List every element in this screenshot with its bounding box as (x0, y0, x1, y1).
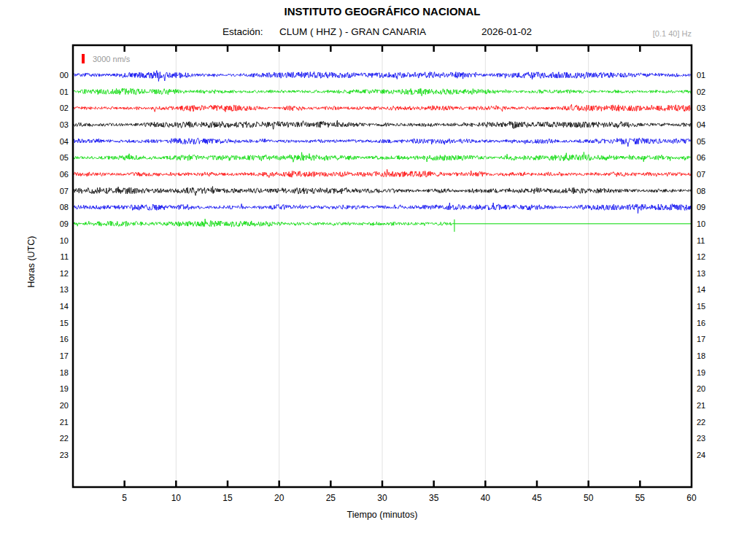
trace-hour-09 (74, 219, 454, 227)
helicorder-plot (0, 0, 747, 560)
helicorder-page: INSTITUTO GEOGRÁFICO NACIONAL Estación: … (0, 0, 747, 560)
